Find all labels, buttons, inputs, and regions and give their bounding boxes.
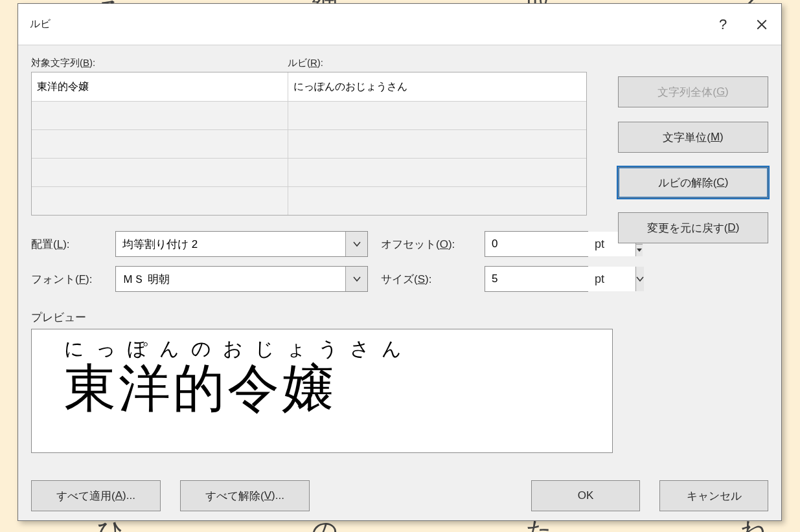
target-label: 対象文字列(B): [31, 57, 288, 69]
size-combo-button[interactable] [635, 267, 644, 291]
offset-down-button[interactable] [636, 244, 643, 257]
remove-all-button[interactable]: すべて解除(V)... [180, 480, 310, 511]
chevron-down-icon [636, 248, 643, 253]
ruby-input-4 [288, 159, 586, 186]
ruby-grid [31, 72, 587, 216]
ruby-input-2 [288, 102, 586, 129]
target-input-5 [32, 187, 288, 215]
ruby-input-3 [288, 130, 586, 158]
offset-spinner[interactable] [485, 231, 588, 257]
offset-label: オフセット(O): [381, 237, 485, 252]
dialog-title: ルビ [30, 17, 703, 31]
size-combo[interactable] [485, 266, 588, 292]
titlebar: ルビ ? [18, 4, 781, 45]
ruby-input-1[interactable] [288, 72, 586, 101]
ok-button[interactable]: OK [531, 480, 640, 511]
offset-input[interactable] [485, 232, 635, 256]
help-button[interactable]: ? [703, 4, 742, 45]
undo-changes-button[interactable]: 変更を元に戻す(D) [618, 212, 768, 243]
clear-ruby-button[interactable]: ルビの解除(C) [618, 167, 768, 198]
ruby-dialog: ルビ ? 対象文字列(B): ルビ(R): [17, 3, 782, 521]
chevron-down-icon [353, 240, 361, 248]
target-input-2 [32, 102, 288, 129]
offset-unit: pt [595, 238, 604, 251]
target-input-3 [32, 130, 288, 158]
close-button[interactable] [742, 4, 781, 45]
ruby-input-5 [288, 187, 586, 215]
font-combo-button[interactable] [345, 267, 367, 291]
target-input-4 [32, 159, 288, 186]
font-combo-input[interactable] [116, 267, 345, 291]
side-button-group: 文字列全体(G) 文字単位(M) ルビの解除(C) 変更を元に戻す(D) [618, 76, 768, 243]
dialog-content: 対象文字列(B): ルビ(R): [18, 45, 781, 520]
preview-ruby-text: にっぽんのおじょうさん [64, 336, 580, 362]
align-combo-input[interactable] [116, 232, 345, 256]
cancel-button[interactable]: キャンセル [659, 480, 768, 511]
size-label: サイズ(S): [381, 272, 485, 287]
apply-all-button[interactable]: すべて適用(A)... [31, 480, 161, 511]
preview-base-text: 東洋的令嬢 [64, 360, 580, 417]
bottom-button-row: すべて適用(A)... すべて解除(V)... OK キャンセル [31, 480, 768, 511]
close-icon [756, 19, 768, 30]
size-unit: pt [595, 272, 604, 286]
align-combo-button[interactable] [345, 232, 367, 256]
preview-box: にっぽんのおじょうさん 東洋的令嬢 [31, 329, 613, 453]
preview-label: プレビュー [31, 310, 768, 325]
ruby-label: ルビ(R): [288, 57, 323, 69]
font-label: フォント(F): [31, 272, 115, 287]
size-combo-input[interactable] [485, 267, 635, 291]
group-all-button: 文字列全体(G) [618, 76, 768, 107]
per-char-button[interactable]: 文字単位(M) [618, 122, 768, 153]
font-combo[interactable] [115, 266, 368, 292]
chevron-down-icon [636, 275, 644, 283]
target-input-1[interactable] [32, 72, 288, 101]
align-label: 配置(L): [31, 237, 115, 252]
chevron-down-icon [353, 275, 361, 283]
align-combo[interactable] [115, 231, 368, 257]
